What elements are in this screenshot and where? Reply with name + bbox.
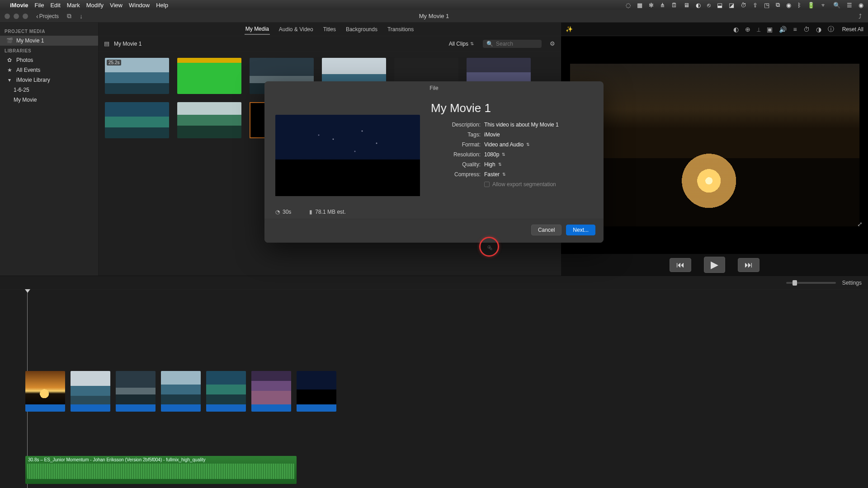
- clock-icon: ◔: [275, 209, 280, 215]
- format-dropdown[interactable]: Video and Audio⇅: [484, 141, 530, 148]
- export-filesize: ▮78.1 MB est.: [309, 209, 345, 215]
- export-heading: My Movie 1: [431, 101, 593, 115]
- resolution-dropdown[interactable]: 1080p⇅: [484, 151, 505, 158]
- modal-backdrop: File ◔30s ▮78.1 MB est. My Movie 1 Descr…: [0, 0, 868, 488]
- description-label: Description:: [431, 122, 481, 128]
- compress-dropdown[interactable]: Faster⇅: [484, 171, 506, 178]
- export-duration: ◔30s: [275, 209, 291, 215]
- chevron-updown-icon: ⇅: [498, 162, 502, 167]
- compress-label: Compress:: [431, 171, 481, 178]
- format-label: Format:: [431, 141, 481, 148]
- cancel-button[interactable]: Cancel: [531, 225, 561, 235]
- tags-label: Tags:: [431, 131, 481, 138]
- description-field[interactable]: This video is about My Movie 1: [484, 122, 559, 128]
- segmentation-checkbox: [484, 182, 490, 187]
- quality-label: Quality:: [431, 161, 481, 168]
- export-file-dialog: File ◔30s ▮78.1 MB est. My Movie 1 Descr…: [264, 81, 604, 243]
- dialog-footer: Cancel Next...: [264, 219, 604, 243]
- chevron-updown-icon: ⇅: [502, 152, 505, 157]
- chevron-updown-icon: ⇅: [502, 172, 506, 177]
- tags-field[interactable]: iMovie: [484, 131, 500, 138]
- file-icon: ▮: [309, 209, 312, 215]
- chevron-updown-icon: ⇅: [526, 142, 530, 147]
- next-button[interactable]: Next...: [566, 225, 595, 235]
- export-segmentation-row: Allow export segmentation: [484, 181, 593, 188]
- quality-dropdown[interactable]: High⇅: [484, 161, 502, 168]
- export-preview-thumbnail: [275, 115, 420, 196]
- dialog-title: File: [264, 81, 604, 93]
- segmentation-label: Allow export segmentation: [492, 181, 556, 188]
- resolution-label: Resolution:: [431, 151, 481, 158]
